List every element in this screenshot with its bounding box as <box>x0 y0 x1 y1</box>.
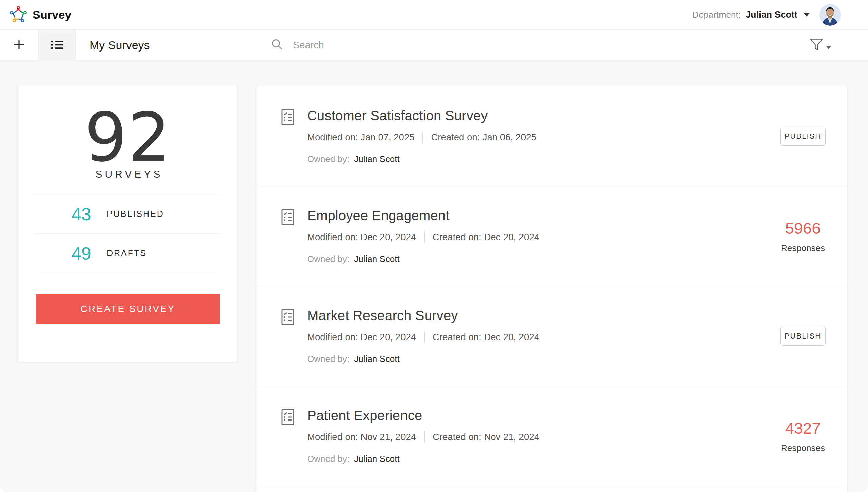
chevron-down-icon <box>826 46 831 49</box>
survey-doc-icon <box>281 409 295 427</box>
list-view-button[interactable] <box>38 30 76 60</box>
owner-name: Julian Scott <box>354 354 399 364</box>
owned-by-label: Owned by: <box>307 254 349 264</box>
survey-row[interactable]: Patient Experience Modified on: Nov 21, … <box>256 386 847 486</box>
search-box <box>271 30 436 60</box>
survey-doc-icon <box>281 209 295 227</box>
survey-info: Employee Engagement Modified on: Dec 20,… <box>256 186 847 264</box>
total-surveys-count: 92 <box>18 104 237 171</box>
survey-title[interactable]: Patient Experience <box>307 408 759 423</box>
survey-dates: Modified on: Jan 07, 2025 Created on: Ja… <box>307 131 759 143</box>
funnel-icon <box>810 38 823 52</box>
app-header: Survey Department: Julian Scott <box>0 0 868 30</box>
responses-label: Responses <box>781 443 825 453</box>
survey-dates: Modified on: Nov 21, 2024 Created on: No… <box>307 431 759 443</box>
divider <box>422 131 423 143</box>
survey-info: Customer Satisfaction Survey Modified on… <box>256 86 847 164</box>
department-label: Department: <box>692 9 741 20</box>
created-date: Created on: Jan 06, 2025 <box>431 132 536 143</box>
owner-name: Julian Scott <box>354 254 399 264</box>
created-date: Created on: Dec 20, 2024 <box>433 332 539 343</box>
drafts-count: 49 <box>72 243 107 264</box>
divider <box>424 231 425 243</box>
survey-list: Customer Satisfaction Survey Modified on… <box>256 86 847 492</box>
chevron-down-icon <box>804 13 810 17</box>
publish-button[interactable]: PUBLISH <box>780 127 826 146</box>
owner-name: Julian Scott <box>354 154 399 164</box>
survey-dates: Modified on: Dec 20, 2024 Created on: De… <box>307 331 759 343</box>
survey-owner: Owned by: Julian Scott <box>307 454 759 464</box>
survey-owner: Owned by: Julian Scott <box>307 354 759 364</box>
publish-button[interactable]: PUBLISH <box>780 327 826 346</box>
divider <box>36 273 220 273</box>
page-title: My Surveys <box>90 39 150 52</box>
list-view-icon <box>51 39 63 51</box>
owned-by-label: Owned by: <box>307 154 349 164</box>
create-survey-button[interactable]: CREATE SURVEY <box>36 294 220 324</box>
search-input[interactable] <box>292 39 436 51</box>
owned-by-label: Owned by: <box>307 454 349 464</box>
survey-title[interactable]: Employee Engagement <box>307 208 759 223</box>
plus-icon <box>13 39 25 52</box>
total-surveys-label: SURVEYS <box>18 168 237 180</box>
created-date: Created on: Dec 20, 2024 <box>433 232 539 243</box>
stat-published[interactable]: 43 PUBLISHED <box>18 194 237 233</box>
modified-date: Modified on: Nov 21, 2024 <box>307 432 416 443</box>
avatar[interactable] <box>819 4 841 26</box>
search-icon <box>271 39 283 52</box>
brand[interactable]: Survey <box>9 5 72 25</box>
survey-doc-icon <box>281 309 295 327</box>
created-date: Created on: Nov 21, 2024 <box>433 432 539 443</box>
create-new-button[interactable] <box>0 30 38 60</box>
divider <box>424 331 425 343</box>
survey-dates: Modified on: Dec 20, 2024 Created on: De… <box>307 231 759 243</box>
survey-logo-icon <box>9 5 28 25</box>
summary-card: 92 SURVEYS 43 PUBLISHED 49 DRAFTS CREATE… <box>18 86 238 362</box>
published-count: 43 <box>72 204 107 224</box>
toolbar: My Surveys <box>0 30 868 60</box>
modified-date: Modified on: Dec 20, 2024 <box>307 232 416 243</box>
survey-doc-icon <box>281 109 295 127</box>
survey-owner: Owned by: Julian Scott <box>307 254 759 264</box>
divider <box>424 431 425 443</box>
response-count: 4327 <box>785 419 821 437</box>
survey-actions: PUBLISH <box>769 86 837 186</box>
drafts-label: DRAFTS <box>107 248 147 258</box>
department-selector[interactable]: Department: Julian Scott <box>692 9 810 20</box>
modified-date: Modified on: Jan 07, 2025 <box>307 132 414 143</box>
survey-info: Market Research Survey Modified on: Dec … <box>256 286 847 364</box>
survey-row[interactable]: Employee Engagement Modified on: Dec 20,… <box>256 186 847 286</box>
stat-drafts[interactable]: 49 DRAFTS <box>18 234 237 273</box>
survey-title[interactable]: Market Research Survey <box>307 308 759 323</box>
survey-row[interactable]: Market Research Survey Modified on: Dec … <box>256 286 847 386</box>
responses-label: Responses <box>781 243 825 253</box>
survey-responses[interactable]: 4327 Responses <box>769 386 837 486</box>
filter-button[interactable] <box>810 30 831 60</box>
survey-title[interactable]: Customer Satisfaction Survey <box>307 108 759 123</box>
survey-actions: PUBLISH <box>769 286 837 386</box>
published-label: PUBLISHED <box>107 209 164 219</box>
department-value: Julian Scott <box>746 9 797 20</box>
app-name: Survey <box>33 8 72 21</box>
survey-info: Patient Experience Modified on: Nov 21, … <box>256 386 847 464</box>
header-right: Department: Julian Scott <box>692 4 868 26</box>
survey-owner: Owned by: Julian Scott <box>307 154 759 164</box>
app-window: Survey Department: Julian Scott <box>0 0 868 492</box>
owned-by-label: Owned by: <box>307 354 349 364</box>
response-count: 5966 <box>785 219 821 238</box>
modified-date: Modified on: Dec 20, 2024 <box>307 332 416 343</box>
survey-row[interactable]: Customer Satisfaction Survey Modified on… <box>256 86 847 186</box>
owner-name: Julian Scott <box>354 454 399 464</box>
survey-responses[interactable]: 5966 Responses <box>769 186 837 286</box>
